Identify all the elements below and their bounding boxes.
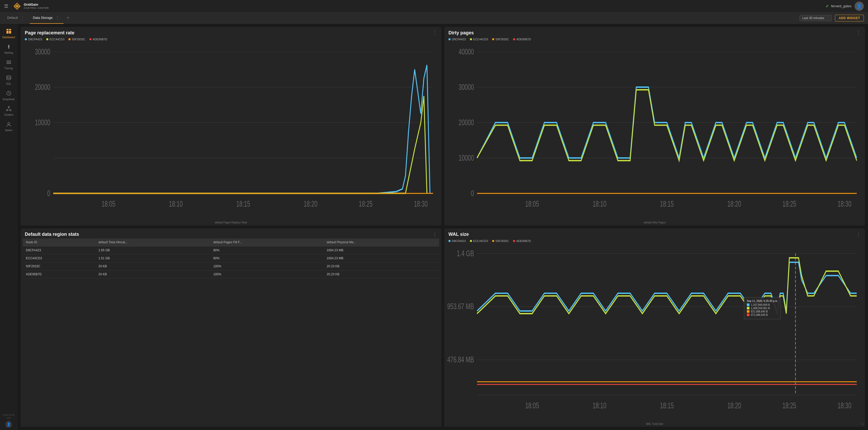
legend-ecc44cd3: ECC44CD3	[46, 38, 64, 41]
svg-text:40000: 40000	[459, 47, 474, 56]
legend-wal-label-ec: ECC44CD3	[473, 239, 488, 242]
svg-text:18:25: 18:25	[782, 401, 796, 410]
legend-wal: D8CFA423 ECC44CD3 50F2933C ADE95B7D	[444, 238, 865, 243]
wal-tooltip: Sep 11, 2020, 6:25:45 p.m. 1,207,949,958…	[744, 297, 781, 319]
logo-text-block: GridGain CONTROL CENTER	[24, 3, 49, 9]
tab-add-button[interactable]: +	[65, 15, 72, 21]
widget-dirty-pages-menu[interactable]: ⋮	[856, 30, 861, 36]
svg-text:18:05: 18:05	[525, 199, 539, 208]
legend-wal-dot-orange	[492, 240, 494, 242]
table-cell-phys: 1004.23 MB	[323, 246, 439, 254]
sidebar: Dashboard Alerting Tracing SQL Snapshots	[0, 24, 18, 430]
time-select[interactable]: Last 30 minutes	[800, 15, 832, 21]
tooltip-row-3: 671,088,640 B	[747, 310, 778, 313]
widget-data-region-title: Default data region stats	[25, 232, 79, 237]
widget-page-replacement: Page replacement rate ⋮ D8CFA423 ECC44CD…	[21, 27, 441, 226]
col-node-id: Node ID	[23, 238, 95, 246]
sidebar-item-sql[interactable]: SQL	[0, 72, 17, 88]
legend-d8cfa423: D8CFA423	[25, 38, 42, 41]
svg-text:953.67 MB: 953.67 MB	[447, 302, 474, 311]
svg-text:18:15: 18:15	[237, 199, 250, 208]
widget-wal-size-title: WAL size	[448, 232, 469, 237]
legend-dp-blue: D8CFA423	[448, 38, 466, 41]
table-cell-phys: 20.23 KB	[323, 262, 439, 270]
menu-icon[interactable]: ☰	[4, 3, 8, 9]
tab-data-storage-more[interactable]: ⋮	[54, 15, 60, 20]
svg-rect-9	[6, 61, 11, 61]
user-badge: ✔ fervent_gates	[826, 4, 851, 8]
sidebar-bottom: 2020.09.00326 👤	[3, 414, 14, 428]
svg-text:0: 0	[47, 189, 51, 198]
widget-wal-size-menu[interactable]: ⋮	[856, 232, 861, 237]
svg-text:18:20: 18:20	[727, 199, 741, 208]
chart-page-replacement-svg: 30000 20000 10000 0 18:05 18:10 18:15 18…	[23, 43, 439, 220]
tooltip-color-red	[747, 313, 749, 316]
table-cell-node: ADE95B7D	[23, 270, 95, 278]
svg-text:30000: 30000	[459, 82, 474, 92]
sidebar-item-snapshots[interactable]: Snapshots	[0, 88, 17, 103]
resize-handle[interactable]: ⤡	[861, 422, 864, 426]
tab-data-storage[interactable]: Data Storage ⋮	[30, 12, 64, 24]
tracing-icon	[6, 59, 11, 66]
tooltip-val-1: 1,207,949,958 B	[751, 303, 770, 306]
chart-wal: 1.4 GB 953.67 MB 476.84 MB 18:05 18:10 1…	[444, 243, 865, 423]
legend-wal-label-50: 50F2933C	[495, 239, 509, 242]
widget-data-region-header: Default data region stats ⋮	[21, 229, 441, 238]
svg-rect-4	[9, 29, 11, 30]
tab-default-more[interactable]: ⋮	[20, 15, 26, 20]
username: fervent_gates	[831, 4, 851, 8]
legend-dp-dot-blue	[448, 38, 451, 40]
topbar-right: ✔ fervent_gates 👤	[826, 2, 864, 11]
svg-text:18:15: 18:15	[660, 199, 674, 208]
legend-page-replacement: D8CFA423 ECC44CD3 50F2933C ADE95B7D	[21, 37, 441, 42]
logo-sub: CONTROL CENTER	[24, 7, 49, 9]
svg-text:18:05: 18:05	[101, 199, 115, 208]
axis-label-dirty-pages: default Dirty Pages	[444, 221, 865, 226]
svg-point-15	[6, 110, 7, 111]
svg-text:18:10: 18:10	[593, 199, 606, 208]
time-select-wrapper[interactable]: Last 30 minutes	[800, 15, 832, 21]
widget-page-replacement-menu[interactable]: ⋮	[432, 30, 437, 36]
sidebar-item-admin-label: Admin	[5, 129, 12, 132]
svg-text:30000: 30000	[35, 47, 50, 56]
legend-wal-orange: 50F2933C	[492, 239, 509, 242]
logo: GridGain CONTROL CENTER	[12, 2, 49, 11]
widget-dirty-pages-title: Dirty pages	[448, 30, 474, 36]
sidebar-item-admin[interactable]: Admin	[0, 119, 17, 134]
svg-line-18	[9, 108, 10, 110]
tab-default-label: Default	[7, 16, 18, 20]
svg-text:10000: 10000	[35, 118, 50, 127]
svg-text:18:05: 18:05	[525, 401, 539, 410]
legend-dp-dot-green	[470, 38, 472, 40]
avatar[interactable]: 👤	[855, 2, 864, 11]
sidebar-item-alerting[interactable]: Alerting	[0, 41, 17, 57]
legend-wal-label-d8: D8CFA423	[452, 239, 466, 242]
svg-text:20000: 20000	[35, 82, 50, 92]
tab-default[interactable]: Default ⋮	[4, 12, 29, 24]
svg-text:18:10: 18:10	[169, 199, 183, 208]
sidebar-item-tracing[interactable]: Tracing	[0, 57, 17, 72]
sidebar-item-sql-label: SQL	[6, 82, 11, 85]
sidebar-avatar[interactable]: 👤	[5, 421, 12, 428]
sidebar-item-clusters-label: Clusters	[4, 113, 13, 116]
add-widget-button[interactable]: ADD WIDGET	[835, 15, 864, 22]
legend-dot-blue	[25, 38, 27, 40]
widget-data-region-menu[interactable]: ⋮	[432, 232, 437, 237]
svg-point-16	[10, 110, 11, 111]
table-cell-phys: 20.23 KB	[323, 270, 439, 278]
widget-wal-size-header: WAL size ⋮	[444, 229, 865, 238]
legend-dp-label-d8: D8CFA423	[452, 38, 466, 41]
legend-label-ad: ADE95B7D	[93, 38, 107, 41]
table-cell-alloc: 20 KB	[95, 262, 210, 270]
sidebar-item-dashboard[interactable]: Dashboard	[0, 26, 17, 41]
tooltip-row-4: 671,088,640 B	[747, 313, 778, 317]
svg-text:18:25: 18:25	[359, 199, 373, 208]
tooltip-row-1: 1,207,949,958 B	[747, 303, 778, 306]
svg-text:1.4 GB: 1.4 GB	[457, 249, 474, 258]
svg-text:18:20: 18:20	[304, 199, 317, 208]
alerting-icon	[6, 44, 11, 51]
legend-label-ec: ECC44CD3	[50, 38, 64, 41]
widget-dirty-pages: Dirty pages ⋮ D8CFA423 ECC44CD3 50F2933C…	[444, 27, 865, 226]
sidebar-item-clusters[interactable]: Clusters	[0, 103, 17, 119]
widget-dirty-pages-header: Dirty pages ⋮	[444, 27, 865, 37]
